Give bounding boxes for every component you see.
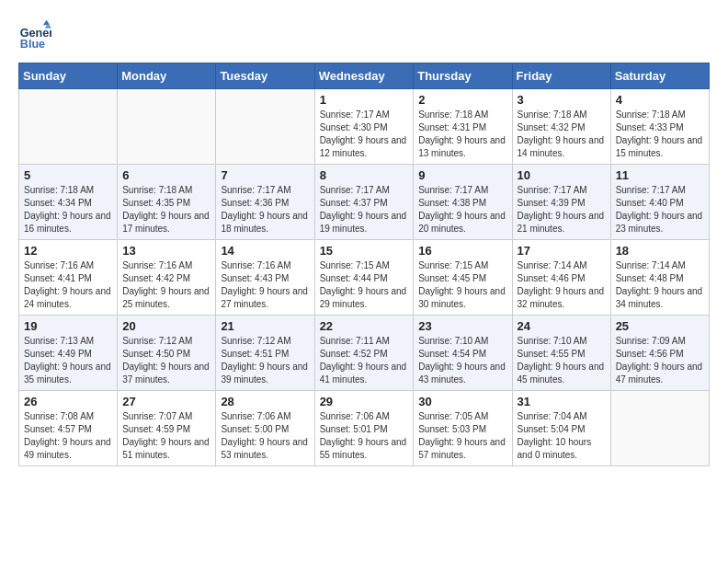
calendar-cell: 29Sunrise: 7:06 AM Sunset: 5:01 PM Dayli… <box>314 391 414 466</box>
calendar-week-1: 1Sunrise: 7:17 AM Sunset: 4:30 PM Daylig… <box>19 89 710 165</box>
day-number: 25 <box>616 319 704 333</box>
day-number: 31 <box>518 395 606 408</box>
calendar-cell <box>610 391 709 466</box>
day-number: 15 <box>320 244 409 258</box>
logo: General Blue <box>18 18 55 52</box>
column-header-saturday: Saturday <box>610 63 709 89</box>
cell-content: Sunrise: 7:14 AM Sunset: 4:46 PM Dayligh… <box>518 259 606 311</box>
calendar-cell: 26Sunrise: 7:08 AM Sunset: 4:57 PM Dayli… <box>19 391 118 466</box>
calendar-cell <box>118 89 216 165</box>
column-header-thursday: Thursday <box>414 63 512 89</box>
cell-content: Sunrise: 7:11 AM Sunset: 4:52 PM Dayligh… <box>320 335 409 386</box>
day-number: 22 <box>320 319 409 333</box>
calendar-cell: 5Sunrise: 7:18 AM Sunset: 4:34 PM Daylig… <box>19 165 118 240</box>
day-number: 18 <box>616 244 704 258</box>
calendar-table: SundayMondayTuesdayWednesdayThursdayFrid… <box>18 63 710 466</box>
day-number: 30 <box>418 395 506 408</box>
day-number: 19 <box>24 319 112 333</box>
calendar-cell: 18Sunrise: 7:14 AM Sunset: 4:48 PM Dayli… <box>610 240 709 316</box>
cell-content: Sunrise: 7:10 AM Sunset: 4:55 PM Dayligh… <box>518 335 606 386</box>
calendar-cell: 12Sunrise: 7:16 AM Sunset: 4:41 PM Dayli… <box>19 240 118 316</box>
calendar-week-2: 5Sunrise: 7:18 AM Sunset: 4:34 PM Daylig… <box>19 165 710 240</box>
cell-content: Sunrise: 7:17 AM Sunset: 4:38 PM Dayligh… <box>418 184 506 236</box>
calendar-cell: 13Sunrise: 7:16 AM Sunset: 4:42 PM Dayli… <box>118 240 216 316</box>
cell-content: Sunrise: 7:17 AM Sunset: 4:36 PM Dayligh… <box>221 184 309 236</box>
day-number: 28 <box>221 395 309 408</box>
calendar-cell: 11Sunrise: 7:17 AM Sunset: 4:40 PM Dayli… <box>610 165 709 240</box>
cell-content: Sunrise: 7:16 AM Sunset: 4:42 PM Dayligh… <box>122 259 210 311</box>
day-number: 14 <box>221 244 309 258</box>
calendar-cell: 2Sunrise: 7:18 AM Sunset: 4:31 PM Daylig… <box>414 89 512 165</box>
cell-content: Sunrise: 7:15 AM Sunset: 4:44 PM Dayligh… <box>320 259 409 311</box>
day-number: 5 <box>24 168 112 182</box>
calendar-cell: 14Sunrise: 7:16 AM Sunset: 4:43 PM Dayli… <box>216 240 314 316</box>
day-number: 13 <box>122 244 210 258</box>
calendar-week-3: 12Sunrise: 7:16 AM Sunset: 4:41 PM Dayli… <box>19 240 710 316</box>
cell-content: Sunrise: 7:10 AM Sunset: 4:54 PM Dayligh… <box>418 335 506 386</box>
cell-content: Sunrise: 7:17 AM Sunset: 4:39 PM Dayligh… <box>518 184 606 236</box>
day-number: 2 <box>418 93 506 107</box>
calendar-cell: 28Sunrise: 7:06 AM Sunset: 5:00 PM Dayli… <box>216 391 314 466</box>
column-header-monday: Monday <box>118 63 216 89</box>
column-header-sunday: Sunday <box>19 63 118 89</box>
calendar-week-4: 19Sunrise: 7:13 AM Sunset: 4:49 PM Dayli… <box>19 316 710 391</box>
svg-text:Blue: Blue <box>20 38 45 51</box>
column-header-friday: Friday <box>512 63 610 89</box>
calendar-cell: 27Sunrise: 7:07 AM Sunset: 4:59 PM Dayli… <box>118 391 216 466</box>
page-header: General Blue <box>18 18 710 52</box>
calendar-cell: 1Sunrise: 7:17 AM Sunset: 4:30 PM Daylig… <box>314 89 414 165</box>
calendar-cell: 9Sunrise: 7:17 AM Sunset: 4:38 PM Daylig… <box>414 165 512 240</box>
day-number: 1 <box>320 93 409 107</box>
cell-content: Sunrise: 7:04 AM Sunset: 5:04 PM Dayligh… <box>518 410 606 462</box>
cell-content: Sunrise: 7:07 AM Sunset: 4:59 PM Dayligh… <box>122 410 210 462</box>
cell-content: Sunrise: 7:17 AM Sunset: 4:30 PM Dayligh… <box>320 109 409 160</box>
calendar-cell: 4Sunrise: 7:18 AM Sunset: 4:33 PM Daylig… <box>610 89 709 165</box>
day-number: 3 <box>518 93 606 107</box>
cell-content: Sunrise: 7:06 AM Sunset: 5:01 PM Dayligh… <box>320 410 409 462</box>
day-number: 23 <box>418 319 506 333</box>
day-number: 10 <box>518 168 606 182</box>
cell-content: Sunrise: 7:12 AM Sunset: 4:50 PM Dayligh… <box>122 335 210 386</box>
cell-content: Sunrise: 7:05 AM Sunset: 5:03 PM Dayligh… <box>418 410 506 462</box>
cell-content: Sunrise: 7:13 AM Sunset: 4:49 PM Dayligh… <box>24 335 112 386</box>
calendar-cell: 7Sunrise: 7:17 AM Sunset: 4:36 PM Daylig… <box>216 165 314 240</box>
day-number: 9 <box>418 168 506 182</box>
day-number: 24 <box>518 319 606 333</box>
column-header-tuesday: Tuesday <box>216 63 314 89</box>
calendar-header-row: SundayMondayTuesdayWednesdayThursdayFrid… <box>19 63 710 89</box>
cell-content: Sunrise: 7:15 AM Sunset: 4:45 PM Dayligh… <box>418 259 506 311</box>
calendar-cell: 19Sunrise: 7:13 AM Sunset: 4:49 PM Dayli… <box>19 316 118 391</box>
cell-content: Sunrise: 7:12 AM Sunset: 4:51 PM Dayligh… <box>221 335 309 386</box>
cell-content: Sunrise: 7:16 AM Sunset: 4:41 PM Dayligh… <box>24 259 112 311</box>
cell-content: Sunrise: 7:14 AM Sunset: 4:48 PM Dayligh… <box>616 259 704 311</box>
calendar-cell: 3Sunrise: 7:18 AM Sunset: 4:32 PM Daylig… <box>512 89 610 165</box>
cell-content: Sunrise: 7:16 AM Sunset: 4:43 PM Dayligh… <box>221 259 309 311</box>
calendar-cell: 10Sunrise: 7:17 AM Sunset: 4:39 PM Dayli… <box>512 165 610 240</box>
day-number: 11 <box>616 168 704 182</box>
cell-content: Sunrise: 7:18 AM Sunset: 4:35 PM Dayligh… <box>122 184 210 236</box>
calendar-cell: 16Sunrise: 7:15 AM Sunset: 4:45 PM Dayli… <box>414 240 512 316</box>
calendar-cell <box>19 89 118 165</box>
calendar-cell: 31Sunrise: 7:04 AM Sunset: 5:04 PM Dayli… <box>512 391 610 466</box>
cell-content: Sunrise: 7:18 AM Sunset: 4:31 PM Dayligh… <box>418 109 506 160</box>
calendar-cell: 17Sunrise: 7:14 AM Sunset: 4:46 PM Dayli… <box>512 240 610 316</box>
calendar-cell <box>216 89 314 165</box>
calendar-cell: 21Sunrise: 7:12 AM Sunset: 4:51 PM Dayli… <box>216 316 314 391</box>
calendar-cell: 22Sunrise: 7:11 AM Sunset: 4:52 PM Dayli… <box>314 316 414 391</box>
cell-content: Sunrise: 7:18 AM Sunset: 4:34 PM Dayligh… <box>24 184 112 236</box>
day-number: 12 <box>24 244 112 258</box>
cell-content: Sunrise: 7:17 AM Sunset: 4:40 PM Dayligh… <box>616 184 704 236</box>
day-number: 27 <box>122 395 210 408</box>
column-header-wednesday: Wednesday <box>314 63 414 89</box>
day-number: 21 <box>221 319 309 333</box>
calendar-cell: 8Sunrise: 7:17 AM Sunset: 4:37 PM Daylig… <box>314 165 414 240</box>
day-number: 16 <box>418 244 506 258</box>
day-number: 7 <box>221 168 309 182</box>
svg-marker-2 <box>43 20 50 25</box>
day-number: 29 <box>320 395 409 408</box>
cell-content: Sunrise: 7:17 AM Sunset: 4:37 PM Dayligh… <box>320 184 409 236</box>
cell-content: Sunrise: 7:06 AM Sunset: 5:00 PM Dayligh… <box>221 410 309 462</box>
calendar-cell: 6Sunrise: 7:18 AM Sunset: 4:35 PM Daylig… <box>118 165 216 240</box>
day-number: 26 <box>24 395 112 408</box>
calendar-cell: 20Sunrise: 7:12 AM Sunset: 4:50 PM Dayli… <box>118 316 216 391</box>
